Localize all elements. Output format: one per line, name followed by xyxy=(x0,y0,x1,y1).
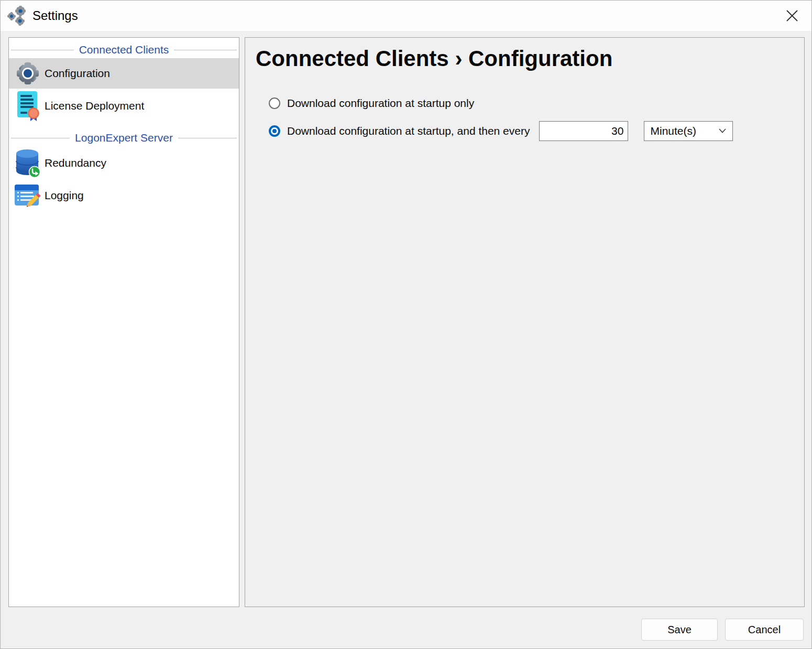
section-header-logonexpert-server: LogonExpert Server xyxy=(11,132,237,144)
gear-icon xyxy=(13,61,42,86)
section-header-label: LogonExpert Server xyxy=(75,132,173,144)
option-label: Download configuration at startup only xyxy=(287,97,474,110)
option-startup-only[interactable]: Download configuration at startup only xyxy=(269,97,804,110)
interval-unit-select[interactable]: Minute(s) xyxy=(644,121,733,141)
page-title: Connected Clients › Configuration xyxy=(256,44,804,74)
sidebar-item-label: License Deployment xyxy=(45,100,144,112)
sidebar-item-label: Redundancy xyxy=(45,157,106,169)
window-title: Settings xyxy=(32,8,78,23)
sidebar-item-label: Logging xyxy=(45,189,84,202)
sidebar: Connected Clients xyxy=(8,37,239,607)
main-panel: Connected Clients › Configuration Downlo… xyxy=(245,37,805,607)
header-line xyxy=(11,138,70,138)
section-header-label: Connected Clients xyxy=(79,44,169,56)
sidebar-item-license-deployment[interactable]: License Deployment xyxy=(9,89,239,123)
interval-value-input[interactable] xyxy=(539,121,628,141)
option-startup-and-interval[interactable]: Download configuration at startup, and t… xyxy=(269,121,804,141)
log-pencil-icon xyxy=(13,182,42,209)
cancel-button[interactable]: Cancel xyxy=(725,619,804,641)
close-button[interactable] xyxy=(782,7,802,25)
header-line xyxy=(174,50,237,50)
save-button[interactable]: Save xyxy=(641,619,718,641)
sidebar-item-logging[interactable]: Logging xyxy=(9,180,239,211)
header-line xyxy=(178,138,237,138)
option-label: Download configuration at startup, and t… xyxy=(287,125,530,137)
radio-unchecked-icon[interactable] xyxy=(269,98,280,109)
chevron-down-icon xyxy=(719,128,726,133)
settings-window: Settings Connected Clients xyxy=(0,0,812,649)
header-line xyxy=(11,50,74,50)
interval-unit-value: Minute(s) xyxy=(650,125,696,137)
license-icon xyxy=(13,90,42,122)
radio-checked-icon[interactable] xyxy=(269,125,280,137)
close-icon xyxy=(785,9,799,23)
section-header-connected-clients: Connected Clients xyxy=(11,44,237,56)
sidebar-item-label: Configuration xyxy=(45,67,110,80)
sidebar-item-redundancy[interactable]: Redundancy xyxy=(9,146,239,180)
title-bar: Settings xyxy=(1,1,811,31)
sidebar-item-configuration[interactable]: Configuration xyxy=(9,58,239,89)
gears-app-icon xyxy=(7,5,28,27)
database-sync-icon xyxy=(13,148,42,178)
